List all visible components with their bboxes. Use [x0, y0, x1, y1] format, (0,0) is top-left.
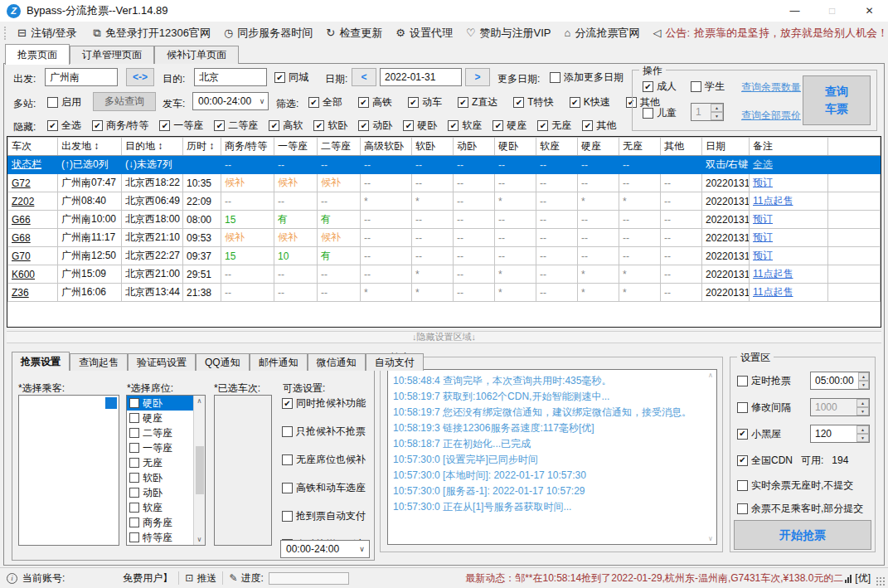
query-remaining-link[interactable]: 查询余票数量 [741, 80, 801, 95]
seat-item-1[interactable]: 硬座 [127, 411, 193, 425]
option-checkbox-3[interactable]: 高铁和动车选座 [282, 481, 373, 495]
seat-item-8[interactable]: 商务座 [127, 515, 193, 530]
output-scrollbar[interactable]: ∧ ∨ [705, 370, 716, 544]
date-input[interactable]: 2022-01-31 [380, 68, 462, 86]
cell-train[interactable]: G70 [8, 247, 58, 265]
col-header-9[interactable]: 动卧 [454, 138, 495, 156]
maximize-button[interactable]: □ [813, 0, 851, 22]
next-date-button[interactable]: > [465, 68, 490, 86]
seat-item-5[interactable]: 软卧 [127, 470, 193, 485]
hide-checkbox-7[interactable]: 硬卧 [403, 119, 437, 133]
spinner-arrows[interactable]: ▲▼ [858, 372, 869, 389]
settings-tab-6[interactable]: 自动支付 [366, 353, 424, 371]
spin-down-icon[interactable]: ▼ [856, 434, 869, 442]
spinner-arrows[interactable]: ▲▼ [856, 399, 869, 415]
seat-item-9[interactable]: 特等座 [127, 530, 193, 545]
spin-down-icon[interactable]: ▼ [711, 112, 723, 120]
spin-down-icon[interactable]: ▼ [858, 381, 869, 389]
settings-tab-1[interactable]: 查询起售 [70, 353, 128, 371]
settings-tab-2[interactable]: 验证码设置 [128, 353, 196, 371]
hide-checkbox-2[interactable]: 一等座 [159, 119, 203, 133]
col-header-7[interactable]: 高级软卧 [361, 138, 412, 156]
hide-checkbox-3[interactable]: 二等座 [214, 119, 258, 133]
hide-checkbox-1[interactable]: 商务/特等 [92, 119, 148, 133]
close-button[interactable]: ✕ [851, 0, 888, 22]
multi-query-button[interactable]: 多站查询 [93, 92, 156, 111]
spinner-arrows[interactable]: ▲▼ [856, 425, 869, 442]
hide-checkbox-11[interactable]: 其他 [582, 119, 616, 133]
col-header-1[interactable]: 出发地 ↕ [58, 138, 122, 156]
main-tab-2[interactable]: 候补订单页面 [154, 46, 239, 64]
toolbar-sync-server-time[interactable]: ◷ 同步服务器时间 [217, 26, 319, 41]
seat-item-2[interactable]: 二等座 [127, 425, 193, 440]
cell-note[interactable]: 11点起售 [750, 265, 828, 284]
settings-tab-3[interactable]: QQ通知 [196, 353, 250, 371]
swap-stations-button[interactable]: <-> [126, 68, 154, 86]
cell-train[interactable]: G66 [8, 211, 58, 229]
partial-submit-checkbox[interactable]: 余票不足乘客时,部分提交 [737, 502, 863, 516]
seat-item-6[interactable]: 动卧 [127, 485, 193, 500]
col-header-6[interactable]: 二等座 [318, 138, 361, 156]
scrollbar-thumb[interactable] [196, 446, 204, 494]
same-city-checkbox[interactable]: 同城 [274, 70, 308, 85]
prev-date-button[interactable]: < [352, 68, 376, 86]
main-tab-1[interactable]: 订单管理页面 [70, 46, 154, 64]
filter-checkbox-0[interactable]: 全部 [308, 95, 342, 109]
no-seat-no-submit-checkbox[interactable]: 实时余票无座时,不提交 [737, 479, 853, 493]
col-header-8[interactable]: 软卧 [412, 138, 454, 156]
seat-scrollbar[interactable]: ∧ ∨ [193, 396, 205, 545]
col-header-14[interactable]: 其他 [661, 138, 702, 156]
filter-checkbox-3[interactable]: Z直达 [458, 95, 497, 109]
toolbar-set-proxy[interactable]: ⚙ 设置代理 [389, 26, 459, 41]
cell-note[interactable]: 预订 [750, 247, 828, 265]
col-header-10[interactable]: 硬卧 [495, 138, 536, 156]
cell-note[interactable]: 预订 [750, 211, 828, 229]
cell-note[interactable]: 11点起售 [750, 192, 828, 211]
option-checkbox-0[interactable]: 同时抢候补功能 [282, 396, 373, 411]
table-row-1[interactable]: Z202广州08:40北京西06:4922:09------**--*--**-… [8, 192, 881, 211]
hide-checkbox-9[interactable]: 硬座 [493, 119, 526, 133]
seat-item-3[interactable]: 一等座 [127, 440, 193, 455]
hide-checkbox-4[interactable]: 高软 [269, 119, 303, 133]
cell-train[interactable]: K600 [8, 265, 58, 284]
depart-time-combo[interactable]: 00:00-24:00 ∨ [192, 92, 269, 110]
filter-checkbox-5[interactable]: K快速 [570, 95, 610, 109]
main-tab-0[interactable]: 抢票页面 [5, 44, 70, 65]
multi-enable-checkbox[interactable]: 启用 [47, 95, 81, 109]
cell-train[interactable]: 状态栏 [8, 156, 58, 174]
table-row-4[interactable]: G70广州南12:50北京西22:2709:371510有-----------… [8, 247, 881, 265]
cell-note[interactable]: 11点起售 [750, 284, 828, 302]
cell-note[interactable]: 全选 [750, 156, 828, 174]
passenger-listbox[interactable] [18, 395, 119, 546]
scroll-up-icon[interactable]: ∧ [708, 372, 713, 379]
seat-item-4[interactable]: 无座 [127, 455, 193, 470]
col-header-4[interactable]: 商务/特等 [221, 138, 274, 156]
hide-settings-bar[interactable]: ↓隐藏设置区域↓ [7, 331, 881, 343]
toolbar-logout-login[interactable]: ⊟ 注销/登录 [11, 26, 84, 41]
hide-checkbox-6[interactable]: 动卧 [358, 119, 392, 133]
cell-train[interactable]: Z36 [8, 284, 58, 302]
spinner-arrows[interactable]: ▲▼ [711, 104, 723, 120]
filter-checkbox-1[interactable]: 高铁 [358, 95, 392, 109]
option-checkbox-2[interactable]: 无座席位也候补 [282, 453, 373, 467]
hide-checkbox-0[interactable]: 全选 [47, 119, 81, 133]
timed-grab-spinner[interactable]: 05:00:00 ▲▼ [810, 372, 870, 390]
timed-grab-checkbox[interactable]: 定时抢票 [737, 374, 791, 388]
spin-up-icon[interactable]: ▲ [711, 104, 723, 112]
output-listbox[interactable]: 10:58:48:4 查询完毕，本次查询共用时:435毫秒。10:58:19:7… [387, 369, 717, 545]
dest-input[interactable]: 北京 [194, 68, 267, 86]
toolbar-sponsor-vip[interactable]: ♡ 赞助与注册VIP [459, 26, 558, 41]
add-more-dates-checkbox[interactable]: 添加更多日期 [550, 70, 624, 85]
settings-tab-0[interactable]: 抢票设置 [12, 352, 70, 371]
scroll-up-icon[interactable]: ∧ [197, 397, 202, 405]
push-label[interactable]: 推送 [197, 571, 216, 586]
col-header-5[interactable]: 一等座 [274, 138, 318, 156]
col-header-15[interactable]: 日期 [702, 138, 750, 156]
black-house-spinner[interactable]: 120 ▲▼ [810, 425, 870, 443]
table-row-3[interactable]: G68广州南11:17北京西21:1009:53候补候补候补----------… [8, 229, 881, 247]
depart-input[interactable]: 广州南 [45, 68, 118, 86]
interval-checkbox[interactable]: 修改间隔 [737, 401, 791, 415]
scroll-down-icon[interactable]: ∨ [708, 535, 713, 542]
settings-tab-5[interactable]: 微信通知 [308, 353, 366, 371]
cell-note[interactable]: 预订 [750, 229, 828, 247]
